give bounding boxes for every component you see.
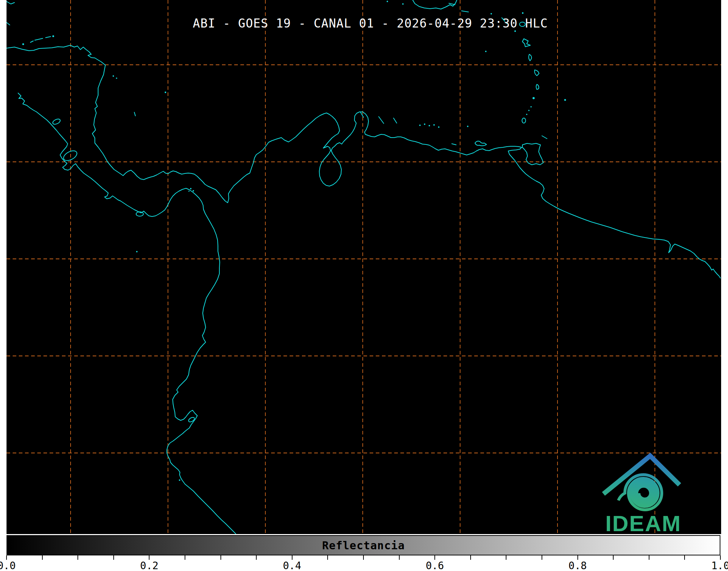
barbuda-dot	[522, 12, 523, 14]
colorbar-tick	[363, 555, 364, 560]
montserrat-dot	[514, 30, 516, 32]
mona-island-dot	[387, 1, 388, 2]
grenadines-dot3	[526, 114, 527, 115]
colorbar-tick	[6, 555, 7, 560]
colorbar-tick	[292, 555, 293, 560]
colorbar-tick	[649, 555, 649, 560]
las-perlas-dot3	[188, 190, 189, 192]
lobos-island-dot	[179, 479, 180, 481]
logo-swirl	[618, 475, 662, 510]
margarita-island	[475, 141, 487, 146]
colorbar-tick	[506, 555, 506, 560]
guanaja-island-dot	[52, 35, 54, 37]
malpelo-dot	[136, 251, 138, 252]
colorbar-tick	[149, 555, 150, 560]
colorbar-tick	[256, 555, 257, 560]
providencia-dot	[165, 92, 166, 93]
st-croix-island	[462, 11, 468, 12]
los-roques-dot2	[424, 123, 425, 125]
martinique-island	[535, 70, 539, 76]
bay-islands	[30, 37, 51, 42]
colorbar-tick-label: 0.0	[0, 560, 28, 571]
colorbar-tick	[613, 555, 614, 560]
colorbar-tick	[720, 555, 721, 560]
puna-island	[188, 416, 195, 423]
colorbar-tick	[684, 555, 685, 560]
barbados-dot	[564, 99, 566, 101]
aves-island-dot	[485, 51, 487, 52]
las-perlas-dot1	[190, 188, 192, 189]
colorbar-tick	[542, 555, 542, 560]
curacao-island	[379, 117, 384, 123]
saba-dot	[491, 13, 492, 14]
coastline-pacific	[18, 93, 236, 534]
los-roques-dot4	[433, 124, 435, 126]
colorbar-tick	[470, 555, 471, 560]
colorbar-tick-label: 0.2	[127, 560, 171, 571]
miskito-cays-dot2	[116, 77, 117, 79]
san-andres-island	[134, 112, 135, 116]
guadeloupe-island	[522, 39, 530, 47]
colorbar-tick	[113, 555, 114, 560]
ideam-logo: IDEAM	[594, 449, 695, 539]
colorbar-tick	[42, 555, 43, 560]
colorbar-tick	[220, 555, 221, 560]
colorbar-tick	[185, 555, 185, 560]
small-cay-dot	[402, 3, 404, 5]
grenada-island	[522, 118, 526, 123]
bonaire-island	[394, 118, 397, 123]
dominica-island	[529, 54, 531, 61]
st-vincent-dot	[533, 97, 535, 99]
grenadines-dot1	[530, 106, 532, 108]
los-roques-dot3	[429, 125, 430, 126]
grenadines-dot2	[528, 110, 530, 111]
puerto-rico-south-coast	[413, 0, 457, 9]
colorbar-tick	[77, 555, 78, 560]
lake-managua	[52, 118, 61, 125]
colorbar-tick	[434, 555, 435, 560]
satellite-figure: ABI - GOES 19 - CANAL 01 - 2026-04-29 23…	[0, 0, 728, 571]
tobago-island	[542, 136, 547, 139]
colorbar-tick	[399, 555, 400, 560]
colorbar-tick	[577, 555, 578, 560]
colorbar-tick	[327, 555, 328, 560]
logo-text: IDEAM	[605, 511, 681, 536]
la-blanquilla-dot	[467, 126, 468, 127]
st-lucia-island	[536, 84, 539, 89]
los-roques-dot1	[419, 125, 421, 126]
colorbar-tick-label: 0.4	[270, 560, 314, 571]
colorbar-tick-label: 1.0	[699, 560, 728, 571]
colorbar-tick-label: 0.6	[413, 560, 456, 571]
las-perlas-dot2	[193, 190, 194, 192]
miskito-cays-dot	[113, 75, 114, 77]
utila-island-dot	[22, 43, 24, 45]
colorbar-tick-label: 0.8	[556, 560, 599, 571]
map-title: ABI - GOES 19 - CANAL 01 - 2026-04-29 23…	[13, 16, 728, 30]
lake-nicaragua	[62, 149, 79, 163]
la-tortuga-island	[452, 144, 456, 145]
la-orchila-dot	[438, 126, 439, 128]
